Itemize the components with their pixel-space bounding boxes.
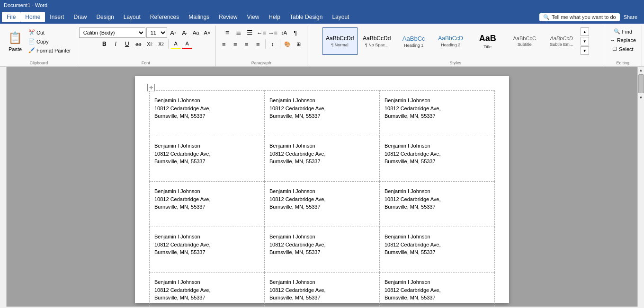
line-spacing-button[interactable]: ↕ <box>268 39 278 49</box>
scroll-thumb[interactable] <box>638 74 644 93</box>
style-title-preview: AaB <box>479 34 496 44</box>
menu-layout[interactable]: Layout <box>119 12 145 22</box>
menu-mailings[interactable]: Mailings <box>184 12 214 22</box>
ribbon: 📋 Paste ✂️ Cut 📄 Copy 🖌️ Format Painter <box>0 24 644 67</box>
menu-home[interactable]: Home <box>20 12 45 22</box>
numbering-button[interactable]: ≣ <box>233 27 244 38</box>
label-name: Benjamin I Johnson <box>154 279 200 285</box>
menu-references[interactable]: References <box>145 12 184 22</box>
menu-view[interactable]: View <box>242 12 264 22</box>
cut-label: Cut <box>36 30 45 35</box>
find-button[interactable]: 🔍 Find <box>611 27 635 35</box>
font-family-select[interactable]: Calibri (Body) <box>79 27 145 38</box>
table-move-handle[interactable]: ✛ <box>147 84 155 91</box>
label-addr1: 10812 Cedarbridge Ave, <box>154 241 259 249</box>
menu-review[interactable]: Review <box>214 12 242 22</box>
styles-label: Styles <box>449 61 461 65</box>
replace-button[interactable]: ↔ Replace <box>607 36 639 44</box>
underline-button[interactable]: U <box>122 39 132 49</box>
superscript-button[interactable]: X2 <box>156 39 166 49</box>
clipboard-group: 📋 Paste ✂️ Cut 📄 Copy 🖌️ Format Painter <box>2 26 76 66</box>
label-addr1: 10812 Cedarbridge Ave, <box>269 195 375 203</box>
share-button[interactable]: Share <box>624 14 637 20</box>
borders-button[interactable]: ⊞ <box>294 39 304 49</box>
select-button[interactable]: ☐ Select <box>609 45 636 53</box>
shading-button[interactable]: 🎨 <box>282 39 293 49</box>
decrease-indent-button[interactable]: ←≡ <box>256 27 267 38</box>
label-name: Benjamin I Johnson <box>269 279 315 285</box>
label-addr1: 10812 Cedarbridge Ave, <box>154 105 259 113</box>
shrink-font-button[interactable]: A- <box>179 27 190 38</box>
menu-draw[interactable]: Draw <box>69 12 91 22</box>
font-color-button[interactable]: A <box>182 39 192 49</box>
label-addr2: Burnsville, MN, 55337 <box>269 294 375 302</box>
search-icon: 🔍 <box>543 14 550 20</box>
label-addr2: Burnsville, MN, 55337 <box>154 203 259 211</box>
label-cell: Benjamin I Johnson10812 Cedarbridge Ave,… <box>265 273 380 307</box>
multilevel-button[interactable]: ☰ <box>245 27 255 38</box>
cut-icon: ✂️ <box>28 29 35 35</box>
sort-button[interactable]: ↕A <box>279 27 289 38</box>
paste-button[interactable]: 📋 Paste <box>5 27 26 54</box>
label-cell: Benjamin I Johnson10812 Cedarbridge Ave,… <box>380 136 495 182</box>
label-addr1: 10812 Cedarbridge Ave, <box>269 150 375 158</box>
menu-insert[interactable]: Insert <box>45 12 69 22</box>
label-addr2: Burnsville, MN, 55337 <box>385 203 490 211</box>
style-normal-label: ¶ Normal <box>331 43 349 47</box>
label-name: Benjamin I Johnson <box>269 188 315 194</box>
style-normal[interactable]: AaBbCcDd ¶ Normal <box>322 27 358 55</box>
label-cell: Benjamin I Johnson10812 Cedarbridge Ave,… <box>265 227 380 273</box>
styles-expand[interactable]: ▼ <box>581 46 589 55</box>
scroll-down-arrow[interactable]: ▼ <box>638 94 644 101</box>
cut-button[interactable]: ✂️ Cut <box>27 28 73 36</box>
justify-button[interactable]: ≡ <box>253 39 263 49</box>
style-heading2[interactable]: AaBbCcD Heading 2 <box>433 27 469 55</box>
styles-scroll-down[interactable]: ▼ <box>581 37 589 45</box>
subscript-button[interactable]: X2 <box>144 39 155 49</box>
style-heading1-label: Heading 1 <box>404 43 423 48</box>
scroll-up-arrow[interactable]: ▲ <box>638 67 644 73</box>
label-name: Benjamin I Johnson <box>154 234 200 239</box>
label-addr2: Burnsville, MN, 55337 <box>154 248 259 256</box>
menu-file[interactable]: File <box>2 12 20 22</box>
change-case-button[interactable]: Aa <box>191 27 201 38</box>
highlight-button[interactable]: A <box>170 39 181 49</box>
align-left-button[interactable]: ≡ <box>219 39 229 49</box>
show-formatting-button[interactable]: ¶ <box>290 27 301 38</box>
label-cell: Benjamin I Johnson10812 Cedarbridge Ave,… <box>150 91 265 136</box>
label-addr2: Burnsville, MN, 55337 <box>269 203 375 211</box>
clear-format-button[interactable]: A✕ <box>202 27 213 38</box>
style-heading1-preview: AaBbCc <box>402 35 425 42</box>
style-subtle-em[interactable]: AaBbCcD Subtle Em... <box>544 27 580 55</box>
italic-button[interactable]: I <box>110 39 121 49</box>
format-painter-button[interactable]: 🖌️ Format Painter <box>27 46 73 54</box>
align-center-button[interactable]: ≡ <box>230 39 241 49</box>
style-normal-preview: AaBbCcDd <box>326 35 354 42</box>
grow-font-button[interactable]: A+ <box>168 27 179 38</box>
menu-tablelayout[interactable]: Layout <box>327 12 354 22</box>
style-subtitle[interactable]: AaBbCcC Subtitle <box>507 27 543 55</box>
menu-help[interactable]: Help <box>264 12 285 22</box>
label-cell: Benjamin I Johnson10812 Cedarbridge Ave,… <box>380 91 495 136</box>
styles-scroll-up[interactable]: ▲ <box>581 27 589 36</box>
document-content: ✛ Benjamin I Johnson10812 Cedarbridge Av… <box>7 67 637 307</box>
menu-design[interactable]: Design <box>91 12 118 22</box>
label-addr1: 10812 Cedarbridge Ave, <box>385 241 490 249</box>
copy-button[interactable]: 📄 Copy <box>27 37 73 45</box>
font-size-select[interactable]: 11 <box>146 27 167 38</box>
bullets-button[interactable]: ≡ <box>222 27 233 38</box>
clipboard-sub: ✂️ Cut 📄 Copy 🖌️ Format Painter <box>27 27 73 54</box>
bold-button[interactable]: B <box>99 39 109 49</box>
increase-indent-button[interactable]: →≡ <box>268 27 278 38</box>
strikethrough-button[interactable]: ab <box>133 39 143 49</box>
paste-label: Paste <box>9 46 22 52</box>
label-name: Benjamin I Johnson <box>154 97 200 103</box>
style-no-spacing[interactable]: AaBbCcDd ¶ No Spac... <box>359 27 395 55</box>
label-addr2: Burnsville, MN, 55337 <box>385 158 490 166</box>
style-title[interactable]: AaB Title <box>470 27 506 55</box>
search-box[interactable]: 🔍 Tell me what you want to do <box>539 13 620 21</box>
align-right-button[interactable]: ≡ <box>242 39 252 49</box>
menu-tabledesign[interactable]: Table Design <box>285 12 327 22</box>
style-heading1[interactable]: AaBbCc Heading 1 <box>396 27 432 55</box>
font-group: Calibri (Body) 11 A+ A- Aa A✕ B I U <box>76 26 216 66</box>
